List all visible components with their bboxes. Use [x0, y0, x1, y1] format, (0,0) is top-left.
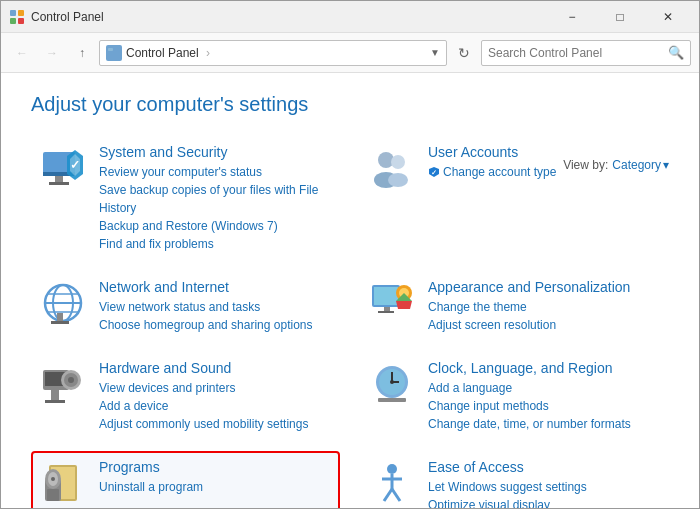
clock-language-region-content: Clock, Language, and Region Add a langua…	[428, 360, 631, 433]
hardware-sound-icon	[39, 360, 87, 408]
svg-rect-2	[10, 18, 16, 24]
change-account-type-container: ✓ Change account type	[428, 163, 556, 181]
window-title: Control Panel	[31, 10, 549, 24]
uninstall-program-link[interactable]: Uninstall a program	[99, 478, 203, 496]
address-folder-icon	[106, 45, 122, 61]
svg-point-52	[387, 464, 397, 474]
svg-rect-51	[47, 489, 59, 501]
svg-rect-29	[378, 311, 394, 313]
svg-rect-28	[384, 307, 390, 311]
address-bar: ← → ↑ Control Panel › ▼ ↻ 🔍	[1, 33, 699, 73]
svg-point-50	[51, 477, 55, 481]
programs-content: Programs Uninstall a program	[99, 459, 203, 496]
refresh-button[interactable]: ↻	[451, 40, 477, 66]
svg-point-15	[391, 155, 405, 169]
category-programs: Programs Uninstall a program	[31, 451, 340, 509]
svg-line-55	[384, 489, 392, 501]
category-system-security: ✓ System and Security Review your comput…	[31, 136, 340, 261]
minimize-button[interactable]: −	[549, 1, 595, 33]
ease-of-access-title[interactable]: Ease of Access	[428, 459, 587, 475]
change-input-methods-link[interactable]: Change input methods	[428, 397, 631, 415]
windows-suggest-settings-link[interactable]: Let Windows suggest settings	[428, 478, 587, 496]
search-icon[interactable]: 🔍	[668, 45, 684, 60]
maximize-button[interactable]: □	[597, 1, 643, 33]
user-accounts-icon	[368, 144, 416, 192]
network-internet-icon	[39, 279, 87, 327]
view-devices-printers-link[interactable]: View devices and printers	[99, 379, 308, 397]
svg-rect-9	[49, 182, 69, 185]
user-accounts-title[interactable]: User Accounts	[428, 144, 556, 160]
main-content: Adjust your computer's settings View by:…	[1, 73, 699, 509]
back-button[interactable]: ←	[9, 40, 35, 66]
svg-rect-25	[51, 321, 69, 324]
review-computer-status-link[interactable]: Review your computer's status	[99, 163, 332, 181]
clock-language-region-icon	[368, 360, 416, 408]
category-user-accounts: User Accounts ✓ Change account type	[360, 136, 669, 261]
category-hardware-sound: Hardware and Sound View devices and prin…	[31, 352, 340, 441]
settings-area: Adjust your computer's settings View by:…	[1, 73, 699, 509]
programs-icon	[39, 459, 87, 507]
appearance-personalization-title[interactable]: Appearance and Personalization	[428, 279, 630, 295]
category-network-internet: Network and Internet View network status…	[31, 271, 340, 342]
svg-rect-27	[374, 287, 398, 305]
svg-rect-44	[378, 398, 406, 402]
svg-rect-24	[57, 313, 63, 321]
appearance-personalization-content: Appearance and Personalization Change th…	[428, 279, 630, 334]
svg-rect-3	[18, 18, 24, 24]
system-security-title[interactable]: System and Security	[99, 144, 332, 160]
search-box[interactable]: 🔍	[481, 40, 691, 66]
window-controls: − □ ✕	[549, 1, 691, 33]
mobility-settings-link[interactable]: Adjust commonly used mobility settings	[99, 415, 308, 433]
up-button[interactable]: ↑	[69, 40, 95, 66]
svg-rect-0	[10, 10, 16, 16]
svg-rect-37	[51, 390, 59, 400]
search-input[interactable]	[488, 46, 664, 60]
find-fix-problems-link[interactable]: Find and fix problems	[99, 235, 332, 253]
user-accounts-content: User Accounts ✓ Change account type	[428, 144, 556, 181]
category-clock-language-region: Clock, Language, and Region Add a langua…	[360, 352, 669, 441]
close-button[interactable]: ✕	[645, 1, 691, 33]
change-account-type-link[interactable]: Change account type	[443, 163, 556, 181]
adjust-screen-resolution-link[interactable]: Adjust screen resolution	[428, 316, 630, 334]
save-backup-link[interactable]: Save backup copies of your files with Fi…	[99, 181, 332, 217]
clock-language-region-title[interactable]: Clock, Language, and Region	[428, 360, 631, 376]
svg-rect-1	[18, 10, 24, 16]
app-icon	[9, 9, 25, 25]
svg-point-16	[388, 173, 408, 187]
category-ease-of-access: Ease of Access Let Windows suggest setti…	[360, 451, 669, 509]
svg-line-56	[392, 489, 400, 501]
view-network-status-link[interactable]: View network status and tasks	[99, 298, 312, 316]
add-language-link[interactable]: Add a language	[428, 379, 631, 397]
change-theme-link[interactable]: Change the theme	[428, 298, 630, 316]
shield-icon-small: ✓	[428, 166, 440, 178]
page-title: Adjust your computer's settings	[31, 93, 669, 116]
hardware-sound-title[interactable]: Hardware and Sound	[99, 360, 308, 376]
category-appearance-personalization: Appearance and Personalization Change th…	[360, 271, 669, 342]
programs-title[interactable]: Programs	[99, 459, 203, 475]
optimize-visual-display-link[interactable]: Optimize visual display	[428, 496, 587, 509]
add-device-link[interactable]: Add a device	[99, 397, 308, 415]
svg-rect-8	[55, 176, 63, 182]
hardware-sound-content: Hardware and Sound View devices and prin…	[99, 360, 308, 433]
ease-of-access-icon	[368, 459, 416, 507]
address-arrow: ›	[206, 46, 210, 60]
svg-text:✓: ✓	[70, 158, 80, 172]
svg-point-36	[68, 377, 74, 383]
svg-text:✓: ✓	[431, 169, 437, 176]
network-internet-content: Network and Internet View network status…	[99, 279, 312, 334]
change-date-time-link[interactable]: Change date, time, or number formats	[428, 415, 631, 433]
title-bar: Control Panel − □ ✕	[1, 1, 699, 33]
categories-grid: ✓ System and Security Review your comput…	[31, 136, 669, 509]
backup-restore-link[interactable]: Backup and Restore (Windows 7)	[99, 217, 332, 235]
network-internet-title[interactable]: Network and Internet	[99, 279, 312, 295]
appearance-personalization-icon	[368, 279, 416, 327]
address-dropdown-arrow[interactable]: ▼	[430, 47, 440, 58]
ease-of-access-content: Ease of Access Let Windows suggest setti…	[428, 459, 587, 509]
system-security-content: System and Security Review your computer…	[99, 144, 332, 253]
svg-rect-38	[45, 400, 65, 403]
address-box[interactable]: Control Panel › ▼	[99, 40, 447, 66]
svg-rect-5	[108, 48, 113, 51]
address-path-text: Control Panel	[126, 46, 199, 60]
forward-button[interactable]: →	[39, 40, 65, 66]
homegroup-sharing-link[interactable]: Choose homegroup and sharing options	[99, 316, 312, 334]
